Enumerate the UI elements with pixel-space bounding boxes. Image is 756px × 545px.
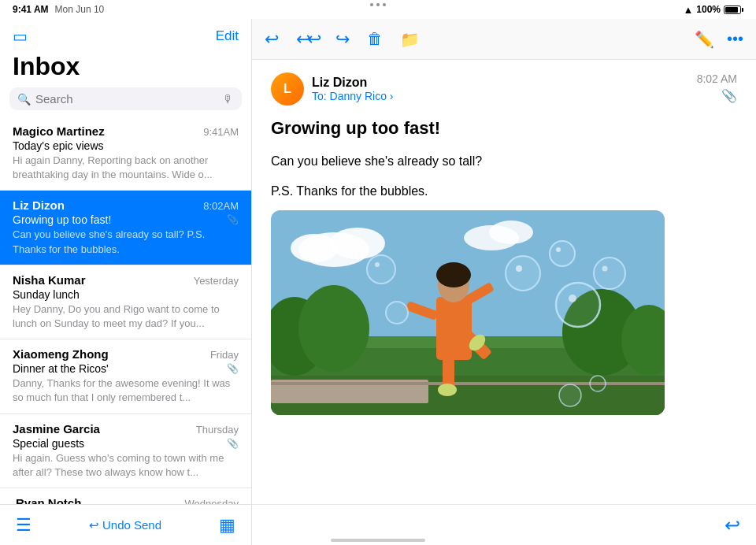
inbox-title: Inbox [0, 49, 251, 87]
email-inline-image [271, 210, 665, 415]
undo-send-button[interactable]: ↩ Undo Send [89, 518, 161, 532]
attachment-detail-icon: 📎 [721, 88, 737, 103]
svg-point-2 [330, 228, 385, 259]
email-time: 8:02AM [203, 200, 239, 212]
battery-indicator [724, 6, 743, 14]
attachment-icon: 📎 [227, 214, 239, 225]
svg-point-10 [298, 285, 369, 372]
email-time: Wednesday [185, 498, 239, 504]
svg-point-42 [559, 384, 581, 406]
reply-button[interactable]: ↩ [265, 29, 279, 50]
detail-panel: ↩ ↩↩ ↪ 🗑 📁 ✏️ ••• L Liz Dizon [252, 19, 756, 545]
email-subject: Dinner at the Ricos' 📎 [13, 362, 239, 375]
svg-point-22 [438, 384, 457, 396]
sender-name: Liz Dizon [312, 76, 394, 90]
search-icon: 🔍 [17, 93, 31, 106]
email-time: Thursday [196, 424, 239, 436]
list-item[interactable]: Ryan Notch Wednesday Out of town Howdy n… [0, 488, 251, 504]
forward-button[interactable]: ↪ [335, 29, 350, 50]
svg-point-37 [386, 302, 408, 324]
inbox-bottom-toolbar: ☰ ↩ Undo Send ▦ [0, 504, 251, 545]
inbox-toolbar: ▭ Edit [0, 19, 251, 49]
email-preview: Hey Danny, Do you and Rigo want to come … [13, 302, 239, 331]
svg-point-39 [594, 258, 625, 289]
svg-point-3 [291, 234, 338, 262]
sender-info: L Liz Dizon To: Danny Rico › [271, 72, 394, 106]
status-bar: 9:41 AM Mon Jun 10 ▲ 100% [0, 0, 756, 19]
email-subject: Growing up too fast! 📎 [13, 213, 239, 226]
email-list: Magico Martinez 9:41AM Today's epic view… [0, 117, 251, 504]
svg-point-35 [375, 262, 380, 267]
list-item[interactable]: Jasmine Garcia Thursday Special guests 📎… [0, 414, 251, 488]
to-line: To: Danny Rico › [312, 90, 394, 102]
email-detail-body: Can you believe she's already so tall? P… [271, 151, 737, 201]
email-time: Friday [210, 349, 239, 361]
list-item[interactable]: Xiaomeng Zhong Friday Dinner at the Rico… [0, 339, 251, 413]
email-detail-content: L Liz Dizon To: Danny Rico › 8:02 AM 📎 G… [252, 60, 756, 504]
detail-toolbar: ↩ ↩↩ ↪ 🗑 📁 ✏️ ••• [252, 19, 756, 60]
status-right: ▲ 100% [683, 4, 743, 16]
filter-button[interactable]: ☰ [16, 515, 32, 536]
list-item[interactable]: Magico Martinez 9:41AM Today's epic view… [0, 117, 251, 191]
email-body-paragraph-2: P.S. Thanks for the bubbles. [271, 181, 737, 202]
to-label: To: [312, 90, 330, 102]
battery-percentage: 100% [696, 4, 721, 15]
list-item[interactable]: Liz Dizon 8:02AM Growing up too fast! 📎 … [0, 191, 251, 265]
recipient-link[interactable]: Danny Rico › [330, 90, 394, 102]
sender-name-row: Liz Dizon To: Danny Rico › [312, 76, 394, 102]
list-item[interactable]: Nisha Kumar Yesterday Sunday lunch Hey D… [0, 265, 251, 339]
svg-point-5 [489, 221, 533, 244]
windows-button[interactable]: ▦ [219, 515, 235, 536]
folder-button[interactable]: 📁 [400, 30, 420, 49]
email-time: 9:41AM [203, 126, 239, 138]
detail-toolbar-right: ✏️ ••• [695, 30, 743, 49]
edit-button[interactable]: Edit [216, 28, 239, 44]
email-detail-time: 8:02 AM [697, 72, 737, 85]
svg-point-26 [516, 265, 522, 272]
trash-button[interactable]: 🗑 [367, 30, 383, 48]
search-input[interactable] [35, 92, 218, 106]
email-preview: Danny, Thanks for the awesome evening! I… [13, 376, 239, 405]
email-detail-header: L Liz Dizon To: Danny Rico › 8:02 AM 📎 [271, 72, 737, 106]
email-sender: Jasmine Garcia [13, 422, 100, 436]
status-left: 9:41 AM Mon Jun 10 [13, 4, 104, 15]
status-time: 9:41 AM [13, 4, 49, 15]
svg-point-32 [569, 295, 576, 302]
email-body-paragraph-1: Can you believe she's already so tall? [271, 151, 737, 172]
search-bar: 🔍 🎙 [9, 87, 242, 110]
svg-point-34 [367, 255, 395, 284]
email-preview: Hi again. Guess who's coming to town wit… [13, 451, 239, 480]
svg-point-28 [550, 241, 575, 266]
email-sender: Xiaomeng Zhong [13, 347, 109, 361]
avatar: L [271, 72, 304, 106]
email-sender: Nisha Kumar [13, 273, 86, 287]
status-day: Mon Jun 10 [55, 4, 105, 15]
reply-bottom-button[interactable]: ↩ [724, 514, 740, 536]
detail-toolbar-left: ↩ ↩↩ ↪ 🗑 📁 [265, 29, 420, 50]
detail-bottom-toolbar: ↩ [252, 504, 756, 545]
svg-point-40 [602, 266, 608, 272]
top-dots [370, 3, 386, 6]
sidebar-toggle-button[interactable]: ▭ [13, 27, 28, 46]
microphone-icon[interactable]: 🎙 [223, 93, 234, 106]
more-options-button[interactable]: ••• [727, 30, 743, 48]
email-subject: Today's epic views [13, 139, 239, 152]
svg-point-31 [556, 283, 600, 327]
svg-point-19 [436, 262, 471, 287]
email-subject: Sunday lunch [13, 288, 239, 301]
email-detail-subject: Growing up too fast! [271, 118, 737, 139]
compose-button[interactable]: ✏️ [695, 30, 714, 49]
home-indicator [331, 539, 425, 542]
attachment-icon: 📎 [227, 438, 239, 449]
reply-all-button[interactable]: ↩↩ [296, 29, 318, 50]
email-time: Yesterday [194, 275, 239, 287]
email-subject: Special guests 📎 [13, 437, 239, 450]
undo-send-label: Undo Send [102, 518, 161, 532]
svg-point-25 [506, 256, 540, 291]
attachment-icon: 📎 [227, 363, 239, 374]
email-sender: Liz Dizon [13, 198, 65, 212]
email-sender: Ryan Notch [16, 496, 81, 504]
wifi-icon: ▲ [683, 4, 693, 16]
email-preview: Hi again Danny, Reporting back on anothe… [13, 154, 239, 182]
undo-icon: ↩ [89, 518, 99, 532]
